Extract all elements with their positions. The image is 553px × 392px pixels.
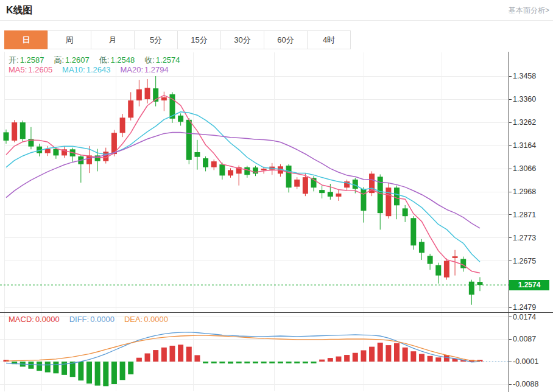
ma-legend-ma5: MA5:1.2605 [9,65,52,74]
tab-period-周[interactable]: 周 [48,30,91,49]
candle-body [261,169,267,170]
macd-hist-bar [261,362,267,363]
close-value: 1.2574 [156,55,180,65]
price-tick-label: 1.2773 [513,234,536,242]
tab-period-60分[interactable]: 60分 [264,30,308,49]
candle-body [194,152,200,157]
candle-body [319,190,325,193]
candle-body [178,116,183,122]
tab-period-月[interactable]: 月 [91,30,135,49]
close-label: 收: [144,55,155,65]
candle-body [12,122,17,141]
macd-hist-bar [186,347,192,362]
ma-legend-ma10: MA10:1.2643 [62,65,110,74]
open-value: 1.2587 [20,55,44,65]
candle-body [394,187,400,205]
tab-period-4时[interactable]: 4时 [307,30,351,49]
candle-body [303,177,308,194]
macd-hist-bar [294,362,300,363]
macd-hist-bar [386,345,391,362]
candle-body [128,100,133,117]
fundamental-analysis-link[interactable]: 基本面分析> [509,5,549,16]
macd-hist-bar [178,345,183,362]
macd-legend-dea: DEA:0.0000 [124,315,168,324]
ma-legend: MA5:1.2605MA10:1.2643MA20:1.2794 [9,65,178,74]
price-tick-label: 1.3458 [513,72,536,80]
macd-hist-bar [128,362,133,374]
macd-hist-bar [286,362,292,363]
ma5-line [6,96,480,273]
macd-hist-bar [344,355,350,362]
macd-hist-bar [353,353,358,362]
macd-hist-bar [410,351,416,362]
macd-hist-bar [161,348,167,362]
ohlc-legend-open: 开:1.2587 [9,55,44,65]
macd-hist-bar [95,362,100,386]
tab-period-30分[interactable]: 30分 [220,30,264,49]
diff-value: 0.0000 [90,315,114,324]
high-label: 高: [54,55,64,65]
candle-body [444,261,449,278]
dea-value: 0.0000 [144,315,168,324]
candle-body [186,120,192,160]
candle-body [20,122,26,139]
ohlc-legend-high: 高:1.2607 [54,55,89,65]
diff-label: DIFF: [69,315,90,324]
macd-hist-bar [319,360,325,362]
price-tick-label: 1.3164 [513,141,536,150]
macd-hist-bar [435,357,441,362]
candle-body [294,180,300,187]
price-tick-label: 1.2968 [513,187,536,196]
macd-hist-bar [211,362,217,363]
header-divider [0,20,553,21]
macd-hist-bar [428,356,433,362]
macd-tick-label: -0.0001 [513,357,538,366]
candle-body [4,132,9,141]
macd-hist-bar [194,355,200,362]
candle-body [219,164,225,175]
macd-hist-bar [111,362,117,384]
ma-legend-ma20: MA20:1.2794 [120,65,168,74]
macd-hist-bar [28,362,33,369]
ma10-label: MA10: [62,65,85,74]
candle-body [469,282,474,295]
macd-legend: MACD:0.0000DIFF:0.0000DEA:0.0000 [9,315,178,324]
ohlc-legend: 开:1.2587高:1.2607低:1.2548收:1.2574 [9,55,190,66]
macd-hist-bar [145,354,150,362]
candle-body [410,218,416,245]
macd-hist-bar [120,362,125,380]
price-tick-label: 1.3360 [513,95,536,103]
macd-hist-bar [228,362,233,363]
macd-hist-bar [403,348,408,362]
macd-hist-bar [169,346,175,362]
tab-period-5分[interactable]: 5分 [134,30,178,49]
price-tick-label: 1.3262 [513,118,536,127]
macd-hist-bar [203,362,208,363]
tab-period-15分[interactable]: 15分 [177,30,221,49]
candle-body [435,265,441,276]
ma20-label: MA20: [120,65,143,74]
macd-hist-bar [53,362,58,373]
macd-label: MACD: [9,315,34,324]
macd-hist-bar [253,362,258,363]
candle-body [211,161,217,167]
price-tick-label: 1.2675 [513,257,536,265]
candle-body [328,192,333,197]
macd-hist-bar [136,358,142,362]
macd-hist-bar [45,362,51,373]
tab-period-日[interactable]: 日 [4,30,48,49]
candle-body [453,256,458,258]
low-label: 低: [99,55,110,65]
ma10-value: 1.2643 [86,65,111,74]
candle-body [136,89,142,100]
macd-tick-label: 0.0087 [513,335,536,343]
candle-body [336,194,341,197]
price-tick-label: 1.2479 [513,303,536,312]
macd-hist-bar [244,362,250,363]
macd-legend-diff: DIFF:0.0000 [69,315,114,324]
macd-hist-bar [394,343,400,362]
current-price-badge: 1.2574 [509,280,549,290]
ohlc-legend-close: 收:1.2574 [144,55,180,65]
open-label: 开: [9,55,19,65]
price-tick-label: 1.3066 [513,164,536,173]
